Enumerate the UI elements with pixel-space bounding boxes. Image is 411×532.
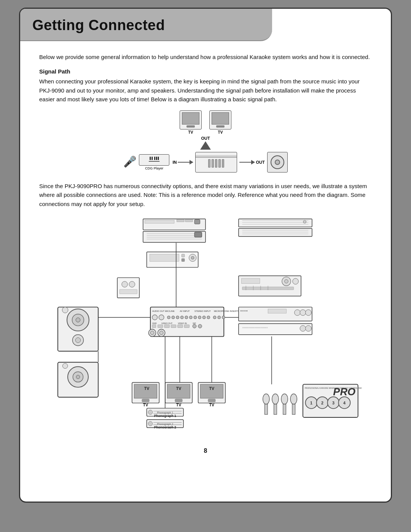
fader1 xyxy=(208,159,210,168)
svg-text:TV: TV xyxy=(144,386,150,390)
svg-point-36 xyxy=(172,316,175,319)
svg-rect-22 xyxy=(150,254,179,261)
svg-point-104 xyxy=(148,421,153,426)
tv-screen-right xyxy=(212,112,229,125)
svg-rect-24 xyxy=(182,259,185,262)
svg-text:2: 2 xyxy=(321,401,323,405)
connection-svg: AUDIO OUT MIC/LINE AV INPUT STEREO INPUT… xyxy=(42,215,369,428)
svg-rect-53 xyxy=(158,324,163,328)
out-arrow-group: OUT xyxy=(239,160,264,165)
svg-text:AUDIO OUT: AUDIO OUT xyxy=(152,310,165,312)
out-arrowhead xyxy=(251,160,255,165)
in-label: IN xyxy=(172,160,177,165)
svg-text:VIDEO IN: VIDEO IN xyxy=(178,322,187,324)
svg-point-46 xyxy=(218,316,221,319)
simple-signal-diagram: TV TV OUT 🎤 xyxy=(39,110,372,173)
second-paragraph: Since the PKJ-9090PRO has numerous conne… xyxy=(39,182,372,208)
mic-icon: 🎤 xyxy=(123,155,137,168)
cdg-device: ▐▐ ▐▐ ▌━━━━━━━ xyxy=(139,154,169,166)
svg-rect-3 xyxy=(177,219,184,222)
svg-text:TV: TV xyxy=(143,403,148,407)
svg-text:PRO: PRO xyxy=(333,386,355,398)
svg-rect-23 xyxy=(182,254,185,257)
svg-rect-17 xyxy=(239,228,312,236)
svg-point-16 xyxy=(303,220,306,223)
svg-point-44 xyxy=(207,316,210,319)
svg-text:TV: TV xyxy=(176,386,182,390)
svg-text:TV: TV xyxy=(176,403,182,407)
svg-rect-127 xyxy=(117,278,139,298)
large-connection-diagram: AUDIO OUT MIC/LINE AV INPUT STEREO INPUT… xyxy=(39,215,372,428)
svg-point-63 xyxy=(159,331,163,335)
out-arrow-section: OUT xyxy=(200,136,211,150)
svg-point-80 xyxy=(62,307,68,313)
fader2 xyxy=(212,159,214,168)
page-title: Getting Connected xyxy=(32,17,260,34)
signal-path-heading: Signal Path xyxy=(39,68,372,75)
svg-rect-4 xyxy=(185,219,193,222)
svg-rect-57 xyxy=(184,324,190,328)
tv-right: TV xyxy=(209,110,231,134)
tv-stand-right xyxy=(216,125,225,128)
svg-text:MICROPHONE INSERTS: MICROPHONE INSERTS xyxy=(214,310,239,312)
svg-text:● ● ● ●: ● ● ● ● xyxy=(241,310,248,312)
svg-text:4: 4 xyxy=(343,401,346,405)
svg-rect-111 xyxy=(274,404,277,414)
svg-rect-12 xyxy=(239,219,312,227)
page-number: 8 xyxy=(20,447,391,454)
fader3 xyxy=(215,159,217,168)
svg-point-42 xyxy=(198,316,201,319)
svg-point-110 xyxy=(272,394,279,404)
speaker-col xyxy=(267,152,288,173)
in-arrow-group: IN xyxy=(172,160,193,165)
svg-point-41 xyxy=(194,316,197,319)
svg-point-68 xyxy=(300,310,306,315)
tv-label-right: TV xyxy=(218,130,223,134)
tv-device-right xyxy=(209,110,231,129)
svg-point-59 xyxy=(198,324,202,328)
mixer-device xyxy=(195,152,237,173)
svg-point-33 xyxy=(152,315,158,320)
mic-col: 🎤 xyxy=(123,155,137,169)
svg-rect-92 xyxy=(175,399,182,402)
svg-point-85 xyxy=(62,363,68,369)
svg-rect-11 xyxy=(194,232,202,237)
svg-rect-109 xyxy=(264,404,268,414)
svg-text:GND: GND xyxy=(152,322,157,324)
out-label-top: OUT xyxy=(201,136,210,141)
mixer-col xyxy=(195,152,237,173)
svg-point-38 xyxy=(180,316,183,319)
svg-text:Phonograph 1: Phonograph 1 xyxy=(154,414,176,418)
svg-text:1: 1 xyxy=(310,401,312,405)
svg-point-26 xyxy=(191,256,194,259)
svg-point-40 xyxy=(190,316,193,319)
svg-point-112 xyxy=(281,394,288,404)
up-arrow xyxy=(200,141,211,150)
svg-text:Phonograph 2: Phonograph 2 xyxy=(154,425,176,428)
intro-paragraph: Below we provide some general informatio… xyxy=(39,53,372,61)
svg-point-61 xyxy=(150,331,154,335)
middle-row: 🎤 ▐▐ ▐▐ ▌━━━━━━━ CDG Player IN xyxy=(123,152,287,173)
cdg-text: ▐▐ ▐▐ ▌━━━━━━━ xyxy=(149,157,160,163)
svg-point-134 xyxy=(285,280,288,283)
page: Getting Connected Below we provide some … xyxy=(19,8,392,503)
svg-rect-5 xyxy=(194,219,200,224)
signal-path-text: When connecting your professional Karaok… xyxy=(39,77,372,104)
fader4 xyxy=(218,159,221,168)
svg-point-72 xyxy=(300,325,306,331)
speaker-cone xyxy=(271,155,284,169)
svg-rect-55 xyxy=(171,324,176,328)
svg-text:TV: TV xyxy=(209,386,215,390)
svg-rect-54 xyxy=(164,324,170,328)
tv-row: TV TV xyxy=(180,110,231,134)
out-label-right: OUT xyxy=(256,160,264,165)
tv-stand-left xyxy=(186,125,195,128)
svg-point-128 xyxy=(122,281,127,287)
svg-text:STEREO INPUT: STEREO INPUT xyxy=(194,310,211,312)
svg-point-37 xyxy=(176,316,179,319)
in-arrowhead xyxy=(190,160,193,165)
svg-rect-115 xyxy=(292,404,295,414)
cdg-label: CDG Player xyxy=(145,166,163,170)
tv-label-left: TV xyxy=(188,130,193,134)
tv-left: TV xyxy=(180,110,202,134)
